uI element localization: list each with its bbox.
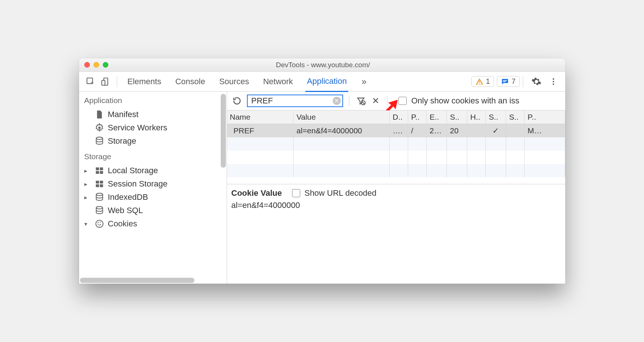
clear-all-cookies-icon[interactable]: [355, 95, 366, 106]
table-row-empty: [227, 164, 565, 177]
cell-secure[interactable]: ✓: [486, 124, 506, 138]
tab-application[interactable]: Application: [305, 72, 348, 92]
cell-domain[interactable]: ….: [390, 124, 408, 138]
sidebar-item-web-sql[interactable]: Web SQL: [79, 204, 227, 217]
db-icon: [95, 192, 104, 202]
svg-rect-12: [96, 167, 99, 170]
svg-point-22: [96, 220, 103, 228]
svg-rect-5: [503, 80, 507, 81]
cookie-detail: Cookie Value Show URL decoded al=en&f4=4…: [227, 184, 565, 214]
col-httponly[interactable]: H..: [467, 110, 486, 124]
sidebar-item-indexeddb[interactable]: IndexedDB: [79, 191, 227, 204]
warnings-badge[interactable]: 1: [471, 76, 494, 87]
sidebar-item-manifest[interactable]: Manifest: [79, 108, 227, 121]
svg-point-11: [96, 137, 102, 140]
sidebar-item-local-storage[interactable]: Local Storage: [79, 164, 227, 177]
sidebar-item-label: Manifest: [108, 110, 139, 119]
col-domain[interactable]: D..: [390, 110, 408, 124]
sidebar-vertical-scrollbar[interactable]: [221, 94, 226, 168]
cell-httponly[interactable]: [467, 124, 486, 138]
cell-size[interactable]: 20: [447, 124, 467, 138]
sidebar-item-label: Session Storage: [108, 179, 167, 189]
warning-icon: [475, 78, 484, 86]
sidebar-item-session-storage[interactable]: Session Storage: [79, 177, 227, 191]
cell-path[interactable]: /: [408, 124, 427, 138]
cell-samesite[interactable]: [506, 124, 525, 138]
cookies-table: Name Value D.. P.. E.. S.. H.. S.. S.. P…: [227, 110, 565, 184]
tab-console[interactable]: Console: [174, 72, 207, 91]
svg-point-21: [96, 206, 102, 209]
col-value[interactable]: Value: [294, 110, 390, 124]
col-priority[interactable]: P..: [525, 110, 565, 124]
devtools-tabbar: Elements Console Sources Network Applica…: [79, 72, 565, 92]
refresh-icon[interactable]: [231, 95, 243, 107]
svg-point-20: [96, 193, 102, 196]
sidebar-item-storage[interactable]: Storage: [79, 134, 227, 148]
issue-badges: 1 7: [471, 76, 519, 87]
messages-badge[interactable]: 7: [497, 76, 519, 87]
tab-network[interactable]: Network: [262, 72, 295, 91]
cookie-detail-value[interactable]: al=en&f4=4000000: [231, 201, 561, 210]
svg-rect-17: [100, 181, 103, 184]
window-titlebar[interactable]: DevTools - www.youtube.com/: [79, 58, 565, 72]
only-issues-checkbox[interactable]: [399, 97, 407, 105]
svg-point-26: [99, 224, 101, 225]
col-expires[interactable]: E..: [427, 110, 447, 124]
toolbar-separator-2: [387, 96, 387, 106]
cell-priority[interactable]: M…: [525, 124, 565, 138]
cell-name[interactable]: PREF: [227, 124, 294, 138]
traffic-lights: [84, 62, 108, 68]
sidebar-item-label: Web SQL: [108, 206, 143, 215]
close-window-button[interactable]: [84, 62, 90, 68]
minimize-window-button[interactable]: [94, 62, 99, 68]
sidebar-item-cookies[interactable]: Cookies: [79, 217, 227, 230]
tab-sources[interactable]: Sources: [218, 72, 251, 91]
col-path[interactable]: P..: [408, 110, 427, 124]
cookie-detail-heading: Cookie Value: [231, 188, 282, 198]
filter-wrapper: ✕: [247, 95, 343, 107]
section-title-application: Application: [79, 92, 227, 108]
svg-rect-16: [96, 181, 99, 184]
panel-body: Application Manifest Service Workers Sto…: [79, 92, 565, 284]
svg-rect-3: [479, 81, 480, 83]
col-size[interactable]: S..: [447, 110, 467, 124]
svg-rect-19: [100, 184, 103, 187]
svg-rect-15: [100, 171, 103, 174]
cookie-filter-input[interactable]: [247, 95, 343, 107]
sidebar-horizontal-scrollbar[interactable]: [79, 277, 227, 284]
table-header-row[interactable]: Name Value D.. P.. E.. S.. H.. S.. S.. P…: [227, 110, 565, 124]
inspect-element-icon[interactable]: [84, 75, 97, 88]
svg-point-24: [99, 222, 101, 223]
sidebar-item-service-workers[interactable]: Service Workers: [79, 121, 227, 134]
device-toolbar-icon[interactable]: [99, 75, 112, 88]
svg-point-9: [553, 83, 554, 85]
col-name[interactable]: Name: [227, 110, 294, 124]
gear-icon: [95, 123, 104, 133]
tabbar-separator: [117, 76, 117, 87]
more-tabs-button[interactable]: »: [362, 76, 366, 87]
svg-point-7: [553, 78, 554, 80]
svg-point-25: [98, 224, 99, 225]
cell-value[interactable]: al=en&f4=4000000: [294, 124, 390, 138]
col-samesite[interactable]: S..: [506, 110, 525, 124]
col-secure[interactable]: S..: [486, 110, 506, 124]
delete-selected-icon[interactable]: ✕: [370, 95, 381, 106]
settings-icon[interactable]: [530, 75, 543, 88]
svg-point-27: [99, 225, 99, 226]
clear-filter-icon[interactable]: ✕: [333, 97, 341, 105]
svg-point-10: [98, 127, 101, 129]
zoom-window-button[interactable]: [103, 62, 108, 68]
sidebar-item-label: Local Storage: [108, 166, 158, 175]
window-title: DevTools - www.youtube.com/: [108, 61, 538, 69]
svg-rect-2: [102, 80, 105, 85]
sidebar-item-label: Cookies: [108, 219, 137, 229]
cookie-icon: [95, 219, 104, 229]
warnings-count: 1: [486, 77, 490, 86]
tabbar-separator-2: [523, 76, 523, 87]
show-url-decoded-checkbox[interactable]: [292, 189, 300, 197]
table-row[interactable]: PREF al=en&f4=4000000 …. / 2… 20 ✓ M…: [227, 124, 565, 138]
more-options-icon[interactable]: [547, 75, 560, 88]
cookies-toolbar: ✕ ✕ Only show cookies with an iss: [227, 92, 565, 110]
tab-elements[interactable]: Elements: [126, 72, 163, 91]
cell-expires[interactable]: 2…: [427, 124, 447, 138]
